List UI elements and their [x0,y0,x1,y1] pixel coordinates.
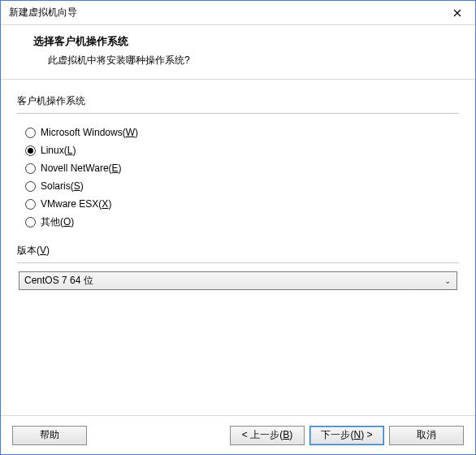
close-icon [453,9,461,17]
os-option-solaris[interactable]: Solaris(S) [25,177,456,195]
next-button[interactable]: 下一步(N) > [309,426,384,445]
os-option-linux[interactable]: Linux(L) [25,141,456,159]
os-group-label: 客户机操作系统 [17,94,459,108]
close-button[interactable] [446,4,469,22]
version-label: 版本(V) [17,244,459,258]
radio-label: Linux(L) [41,145,76,156]
radio-label: Solaris(S) [41,180,84,192]
os-option-other[interactable]: 其他(O) [25,213,456,231]
radio-label: Novell NetWare(E) [41,162,122,174]
window-title: 新建虚拟机向导 [9,6,77,20]
radio-label: VMware ESX(X) [41,198,111,210]
cancel-button[interactable]: 取消 [389,426,464,445]
version-dropdown[interactable]: CentOS 7 64 位 ⌄ [19,271,457,290]
radio-icon [25,181,36,192]
os-option-esx[interactable]: VMware ESX(X) [25,195,456,213]
radio-icon [25,145,36,156]
back-button[interactable]: < 上一步(B) [230,426,305,445]
radio-label: 其他(O) [41,215,74,229]
version-section: 版本(V) CentOS 7 64 位 ⌄ [17,244,459,290]
wizard-header: 选择客户机操作系统 此虚拟机中将安装哪种操作系统? [1,25,475,80]
help-button[interactable]: 帮助 [12,426,87,445]
wizard-footer: 帮助 < 上一步(B) 下一步(N) > 取消 [1,415,475,454]
page-subtitle: 此虚拟机中将安装哪种操作系统? [33,54,456,67]
os-option-windows[interactable]: Microsoft Windows(W) [25,124,456,141]
wizard-window: 新建虚拟机向导 选择客户机操作系统 此虚拟机中将安装哪种操作系统? 客户机操作系… [0,0,476,455]
version-box: CentOS 7 64 位 ⌄ [17,262,459,290]
radio-icon [25,163,36,174]
radio-icon [25,199,36,210]
dropdown-value: CentOS 7 64 位 [24,274,93,288]
os-radio-group: Microsoft Windows(W) Linux(L) Novell Net… [17,113,459,239]
titlebar: 新建虚拟机向导 [1,1,475,25]
radio-icon [25,128,36,138]
os-option-netware[interactable]: Novell NetWare(E) [25,159,456,177]
chevron-down-icon: ⌄ [442,276,453,285]
radio-icon [25,217,36,228]
radio-label: Microsoft Windows(W) [41,127,138,138]
page-title: 选择客户机操作系统 [33,35,456,49]
wizard-content: 客户机操作系统 Microsoft Windows(W) Linux(L) No… [1,80,475,415]
